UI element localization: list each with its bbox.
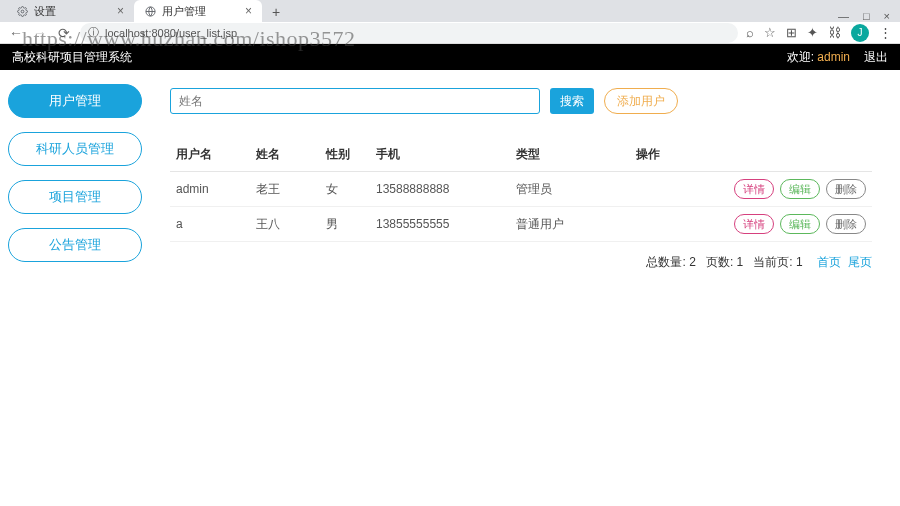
main-content: 搜索 添加用户 用户名 姓名 性别 手机 类型 操作 admin 老王 女	[150, 70, 900, 506]
users-table: 用户名 姓名 性别 手机 类型 操作 admin 老王 女 1358888888…	[170, 138, 872, 242]
search-row: 搜索 添加用户	[170, 88, 872, 114]
cell-name: 王八	[250, 207, 320, 242]
cell-phone: 13855555555	[370, 207, 510, 242]
col-gender: 性别	[320, 138, 370, 172]
cell-username: admin	[170, 172, 250, 207]
globe-icon	[144, 5, 156, 17]
delete-button[interactable]: 删除	[826, 214, 866, 234]
total-label: 总数量:	[646, 255, 685, 269]
last-page-link[interactable]: 尾页	[848, 255, 872, 269]
svg-point-0	[21, 10, 24, 13]
sidebar-item-label: 公告管理	[49, 236, 101, 254]
table-row: a 王八 男 13855555555 普通用户 详情 编辑 删除	[170, 207, 872, 242]
toolbar-right: ⌕ ☆ ⊞ ✦ ⛓ J ⋮	[746, 24, 892, 42]
url-bar[interactable]: ⓘ localhost:8080/user_list.jsp	[80, 23, 738, 43]
welcome-label: 欢迎:	[787, 50, 814, 64]
back-icon[interactable]: ←	[8, 25, 24, 41]
search-input[interactable]	[170, 88, 540, 114]
cell-gender: 女	[320, 172, 370, 207]
col-phone: 手机	[370, 138, 510, 172]
reload-icon[interactable]: ⟳	[56, 25, 72, 41]
browser-chrome: 设置 × 用户管理 × + — □ × ← → ⟳ ⓘ localhost:80…	[0, 0, 900, 44]
url-text: localhost:8080/user_list.jsp	[105, 27, 237, 39]
close-icon[interactable]: ×	[245, 4, 252, 18]
first-page-link[interactable]: 首页	[817, 255, 841, 269]
cell-gender: 男	[320, 207, 370, 242]
edit-button[interactable]: 编辑	[780, 179, 820, 199]
sidebar: 用户管理 科研人员管理 项目管理 公告管理	[0, 70, 150, 506]
gear-icon	[16, 5, 28, 17]
detail-button[interactable]: 详情	[734, 214, 774, 234]
sidebar-item-projects[interactable]: 项目管理	[8, 180, 142, 214]
close-icon[interactable]: ×	[117, 4, 124, 18]
app-title: 高校科研项目管理系统	[12, 49, 132, 66]
tab-bar: 设置 × 用户管理 × + — □ ×	[0, 0, 900, 22]
tab-label: 用户管理	[162, 4, 206, 19]
puzzle-icon[interactable]: ⛓	[828, 25, 841, 40]
col-username: 用户名	[170, 138, 250, 172]
maximize-icon[interactable]: □	[863, 10, 870, 22]
current-username: admin	[817, 50, 850, 64]
close-window-icon[interactable]: ×	[884, 10, 890, 22]
tab-settings[interactable]: 设置 ×	[6, 0, 134, 22]
app-header: 高校科研项目管理系统 欢迎: admin 退出	[0, 44, 900, 70]
current-value: 1	[796, 255, 803, 269]
tab-users[interactable]: 用户管理 ×	[134, 0, 262, 22]
tab-label: 设置	[34, 4, 56, 19]
cell-type: 管理员	[510, 172, 630, 207]
cell-username: a	[170, 207, 250, 242]
cell-phone: 13588888888	[370, 172, 510, 207]
pages-value: 1	[737, 255, 744, 269]
sidebar-item-label: 项目管理	[49, 188, 101, 206]
sidebar-item-notices[interactable]: 公告管理	[8, 228, 142, 262]
extensions-icon[interactable]: ✦	[807, 25, 818, 40]
sidebar-item-users[interactable]: 用户管理	[8, 84, 142, 118]
cell-name: 老王	[250, 172, 320, 207]
edit-button[interactable]: 编辑	[780, 214, 820, 234]
sidebar-item-researchers[interactable]: 科研人员管理	[8, 132, 142, 166]
delete-button[interactable]: 删除	[826, 179, 866, 199]
forward-icon[interactable]: →	[32, 25, 48, 41]
col-type: 类型	[510, 138, 630, 172]
app-body: 用户管理 科研人员管理 项目管理 公告管理 搜索 添加用户 用户名 姓名 性别 …	[0, 70, 900, 506]
table-header-row: 用户名 姓名 性别 手机 类型 操作	[170, 138, 872, 172]
pagination: 总数量: 2 页数: 1 当前页: 1 首页 尾页	[170, 254, 872, 271]
search-button[interactable]: 搜索	[550, 88, 594, 114]
minimize-icon[interactable]: —	[838, 10, 849, 22]
avatar[interactable]: J	[851, 24, 869, 42]
new-tab-button[interactable]: +	[266, 2, 286, 22]
translate-icon[interactable]: ⊞	[786, 25, 797, 40]
logout-link[interactable]: 退出	[864, 49, 888, 66]
star-icon[interactable]: ☆	[764, 25, 776, 40]
cell-type: 普通用户	[510, 207, 630, 242]
window-controls: — □ ×	[838, 10, 900, 22]
key-icon[interactable]: ⌕	[746, 25, 754, 40]
pages-label: 页数:	[706, 255, 733, 269]
detail-button[interactable]: 详情	[734, 179, 774, 199]
col-name: 姓名	[250, 138, 320, 172]
kebab-icon[interactable]: ⋮	[879, 25, 892, 40]
total-value: 2	[689, 255, 696, 269]
info-icon: ⓘ	[88, 25, 99, 40]
add-user-button[interactable]: 添加用户	[604, 88, 678, 114]
sidebar-item-label: 科研人员管理	[36, 140, 114, 158]
table-row: admin 老王 女 13588888888 管理员 详情 编辑 删除	[170, 172, 872, 207]
address-bar-row: ← → ⟳ ⓘ localhost:8080/user_list.jsp ⌕ ☆…	[0, 22, 900, 44]
current-label: 当前页:	[753, 255, 792, 269]
sidebar-item-label: 用户管理	[49, 92, 101, 110]
col-ops: 操作	[630, 138, 872, 172]
